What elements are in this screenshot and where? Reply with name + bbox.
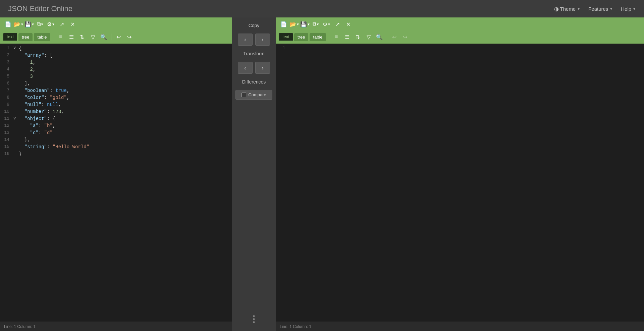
table-row: 15 "string": "Hello World" xyxy=(0,144,232,151)
right-open-button[interactable]: 📂▼ xyxy=(290,19,299,29)
table-row: 8 "color": "gold", xyxy=(0,94,232,101)
table-row: 1 v { xyxy=(0,45,232,52)
table-row: 13 "c": "d" xyxy=(0,129,232,136)
tab-tree-right[interactable]: tree xyxy=(294,33,308,41)
theme-label: Theme xyxy=(560,6,576,12)
compare-checkbox xyxy=(241,93,246,97)
table-row: 2 "array": [ xyxy=(0,52,232,59)
right-new-button[interactable]: 📄 xyxy=(279,19,288,29)
app-title-json: JSON Editor xyxy=(8,4,49,13)
left-code-editor[interactable]: 1 v { 2 "array": [ 3 1, 4 2, xyxy=(0,44,232,322)
features-button[interactable]: Features ▼ xyxy=(588,6,613,12)
differences-label: Differences xyxy=(242,79,266,85)
right-sort-button[interactable]: ⇅ xyxy=(353,32,363,42)
app-title: JSON Editor Online xyxy=(8,4,72,13)
table-row: 7 "boolean": true, xyxy=(0,87,232,94)
features-label: Features xyxy=(588,6,608,12)
settings-button[interactable]: ⚙▼ xyxy=(46,19,56,29)
help-button[interactable]: Help ▼ xyxy=(621,6,636,12)
main-area: 📄 📂▼ 💾▼ ⧉▼ ⚙▼ ↗ ✕ text tree table ≡ ☰ ⇅ … xyxy=(0,17,644,331)
right-toolbar-bottom: text tree table ≡ ☰ ⇅ ▽ 🔍 ↩ ↪ xyxy=(276,31,644,44)
left-toolbar: 📄 📂▼ 💾▼ ⧉▼ ⚙▼ ↗ ✕ text tree table ≡ ☰ ⇅ … xyxy=(0,17,232,44)
middle-panel: Copy ‹ › Transform ‹ › Differences Compa… xyxy=(232,17,276,331)
right-format-compact-button[interactable]: ≡ xyxy=(332,32,341,42)
close-button[interactable]: ✕ xyxy=(68,19,77,29)
left-status-bar: Line: 1 Column: 1 xyxy=(0,322,232,331)
features-dropdown-arrow: ▼ xyxy=(609,7,613,11)
theme-icon: ◑ xyxy=(554,6,559,12)
right-status-text: Line: 1 Column: 1 xyxy=(280,324,311,329)
left-toolbar-bottom: text tree table ≡ ☰ ⇅ ▽ 🔍 ↩ ↪ xyxy=(0,31,232,44)
tab-table-left[interactable]: table xyxy=(34,33,50,41)
table-row: 16 } xyxy=(0,151,232,158)
theme-button[interactable]: ◑ Theme ▼ xyxy=(554,6,581,12)
sort-button[interactable]: ⇅ xyxy=(77,32,87,42)
transform-right-button[interactable]: › xyxy=(255,62,270,74)
copy-right-button[interactable]: › xyxy=(255,34,270,46)
right-copy-button[interactable]: ⧉▼ xyxy=(311,19,321,29)
table-row: 6 ], xyxy=(0,80,232,87)
rsep1 xyxy=(329,34,329,40)
dot1 xyxy=(253,315,255,317)
tab-table-right[interactable]: table xyxy=(310,33,326,41)
right-settings-button[interactable]: ⚙▼ xyxy=(322,19,331,29)
right-status-bar: Line: 1 Column: 1 xyxy=(276,322,644,331)
transform-label: Transform xyxy=(243,51,264,56)
tab-text-left[interactable]: text xyxy=(3,33,17,41)
redo-button[interactable]: ↪ xyxy=(125,32,134,42)
sep1 xyxy=(53,34,53,40)
right-share-button[interactable]: ↗ xyxy=(333,19,342,29)
dot2 xyxy=(253,318,255,320)
table-row: 11 v "object": { xyxy=(0,115,232,122)
copy-button[interactable]: ⧉▼ xyxy=(36,19,45,29)
table-row: 9 "null": null, xyxy=(0,101,232,108)
right-close-button[interactable]: ✕ xyxy=(343,19,353,29)
tab-text-right[interactable]: text xyxy=(279,33,293,41)
left-panel: 📄 📂▼ 💾▼ ⧉▼ ⚙▼ ↗ ✕ text tree table ≡ ☰ ⇅ … xyxy=(0,17,232,331)
save-button[interactable]: 💾▼ xyxy=(25,19,34,29)
top-bar-right: ◑ Theme ▼ Features ▼ Help ▼ xyxy=(554,6,636,12)
transform-left-button[interactable]: ‹ xyxy=(238,62,253,74)
table-row: 10 "number": 123, xyxy=(0,108,232,115)
table-row: 5 3 xyxy=(0,73,232,80)
right-save-button[interactable]: 💾▼ xyxy=(301,19,310,29)
format-indent-button[interactable]: ☰ xyxy=(67,32,76,42)
compare-label: Compare xyxy=(248,92,266,97)
right-filter-button[interactable]: ▽ xyxy=(364,32,373,42)
compare-button[interactable]: Compare xyxy=(235,90,272,100)
search-button[interactable]: 🔍 xyxy=(99,32,108,42)
right-toolbar: 📄 📂▼ 💾▼ ⧉▼ ⚙▼ ↗ ✕ text tree table ≡ ☰ ⇅ … xyxy=(276,17,644,44)
dot3 xyxy=(253,321,255,323)
sep2 xyxy=(111,34,111,40)
table-row: 4 2, xyxy=(0,66,232,73)
help-label: Help xyxy=(621,6,631,12)
middle-dots xyxy=(253,315,255,323)
table-row: 3 1, xyxy=(0,59,232,66)
new-document-button[interactable]: 📄 xyxy=(3,19,13,29)
table-row: 14 }, xyxy=(0,136,232,144)
copy-label: Copy xyxy=(249,23,260,28)
tab-tree-left[interactable]: tree xyxy=(18,33,33,41)
help-dropdown-arrow: ▼ xyxy=(633,7,636,11)
format-compact-button[interactable]: ≡ xyxy=(56,32,65,42)
left-toolbar-top: 📄 📂▼ 💾▼ ⧉▼ ⚙▼ ↗ ✕ xyxy=(0,17,232,31)
right-undo-button[interactable]: ↩ xyxy=(390,32,399,42)
open-button[interactable]: 📂▼ xyxy=(14,19,23,29)
share-button[interactable]: ↗ xyxy=(57,19,66,29)
table-row: 1 xyxy=(276,45,644,52)
right-panel: 📄 📂▼ 💾▼ ⧉▼ ⚙▼ ↗ ✕ text tree table ≡ ☰ ⇅ … xyxy=(276,17,644,331)
left-status-text: Line: 1 Column: 1 xyxy=(4,324,36,329)
right-search-button[interactable]: 🔍 xyxy=(375,32,384,42)
copy-btn-row: ‹ › xyxy=(238,34,270,46)
filter-button[interactable]: ▽ xyxy=(88,32,98,42)
right-format-indent-button[interactable]: ☰ xyxy=(342,32,352,42)
transform-btn-row: ‹ › xyxy=(238,62,270,74)
theme-dropdown-arrow: ▼ xyxy=(577,7,580,11)
undo-button[interactable]: ↩ xyxy=(114,32,123,42)
app-title-online: Online xyxy=(51,4,72,13)
top-bar: JSON Editor Online ◑ Theme ▼ Features ▼ … xyxy=(0,0,644,17)
right-code-editor[interactable]: 1 xyxy=(276,44,644,322)
right-redo-button[interactable]: ↪ xyxy=(400,32,410,42)
right-toolbar-top: 📄 📂▼ 💾▼ ⧉▼ ⚙▼ ↗ ✕ xyxy=(276,17,644,31)
copy-left-button[interactable]: ‹ xyxy=(238,34,253,46)
